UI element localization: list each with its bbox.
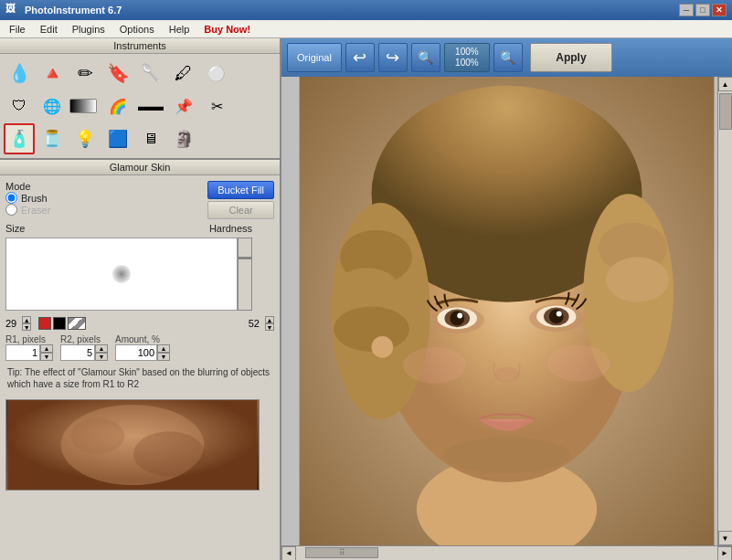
redo-button[interactable]: ↪ [378,43,408,72]
tool-empty2 [234,90,265,122]
brush-radio[interactable] [5,192,17,204]
tool-figure[interactable]: 🗿 [168,123,199,154]
color-swatches [38,317,86,330]
instruments-grid: 💧 🔺 ✏ 🔖 🥄 🖊 ⚪ 🛡 🌐 🌈 ▬▬ 📌 ✂ 🧴 🫙 💡 🟦 🖥 🗿 [0,54,280,160]
tool-bars[interactable]: ▬▬ [135,90,166,122]
eraser-label: Eraser [21,205,50,216]
right-panel: Original ↩ ↪ 🔍 100% 100% 🔍 Apply [281,38,732,560]
tool-globe[interactable]: 🌐 [37,90,68,122]
apply-button[interactable]: Apply [530,43,612,72]
svg-point-30 [443,438,569,473]
zoom-out-button[interactable]: 🔍 [411,43,440,72]
tool-rainbow[interactable]: 🌈 [102,90,133,122]
svg-point-2 [70,418,124,454]
r1-input[interactable] [5,344,40,361]
params-row: R1, pixels ▲ ▼ R2, pixels ▲ [5,334,274,361]
zoom-in-button[interactable]: 🔍 [493,43,523,72]
app-title: PhotoInstrument 6.7 [25,5,679,16]
amount-down-btn[interactable]: ▼ [157,353,170,361]
r2-input[interactable] [60,344,95,361]
scroll-up-button[interactable]: ▲ [718,77,733,91]
tool-bulb[interactable]: 💡 [69,123,101,154]
tool-empty4 [234,123,265,154]
tool-gradient[interactable] [69,99,97,113]
r2-down-btn[interactable]: ▼ [95,353,108,361]
vertical-scrollbar: ▲ ▼ [717,77,732,545]
hardness-down-btn[interactable]: ▼ [265,323,274,331]
undo-button[interactable]: ↩ [345,43,375,72]
app-icon: 🖼 [5,3,20,17]
amount-up-btn[interactable]: ▲ [157,344,170,353]
v-scroll-track[interactable] [718,91,733,531]
tool-stamp[interactable]: 🔖 [102,58,133,89]
horizontal-scrollbar: ◄ ⠿ ► [281,545,732,560]
tool-pin[interactable]: 📌 [168,90,199,122]
svg-point-20 [450,312,464,326]
hardness-slider-thumb[interactable] [239,257,251,259]
menu-plugins[interactable]: Plugins [65,22,112,37]
tool-tube[interactable]: 🥄 [135,58,166,89]
tool-ball[interactable]: ⚪ [201,58,232,89]
tip-text: Tip: The effect of "Glamour Skin" based … [5,365,274,392]
svg-point-21 [457,312,462,318]
menu-help[interactable]: Help [162,22,197,37]
undo-icon: ↩ [353,48,366,68]
r1-up-btn[interactable]: ▲ [40,344,53,353]
titlebar: 🖼 PhotoInstrument 6.7 ─ □ ✕ [0,0,732,20]
brush-radio-row: Brush [5,192,50,204]
tool-bottle[interactable]: 🧴 [4,123,35,154]
scroll-left-button[interactable]: ◄ [281,546,296,561]
tool-jar[interactable]: 🫙 [37,123,68,154]
toolbar: Original ↩ ↪ 🔍 100% 100% 🔍 Apply [281,38,732,77]
pattern-swatch[interactable] [68,317,86,330]
tool-monitor[interactable]: 🖥 [135,123,166,154]
h-scroll-thumb[interactable]: ⠿ [305,547,378,558]
left-panel: Instruments 💧 🔺 ✏ 🔖 🥄 🖊 ⚪ 🛡 🌐 🌈 ▬▬ 📌 ✂ 🧴 [0,38,281,560]
size-down-btn[interactable]: ▼ [22,323,31,331]
r1-input-row: ▲ ▼ [5,344,53,361]
scroll-right-button[interactable]: ► [717,546,732,561]
minimize-button[interactable]: ─ [679,4,694,16]
size-value: 29 [5,318,16,329]
h-scroll-track[interactable]: ⠿ [296,546,717,560]
r2-up-btn[interactable]: ▲ [95,344,108,353]
eraser-radio[interactable] [5,204,17,216]
tool-tree[interactable]: 🔺 [37,58,68,89]
tool-eraser[interactable]: 🟦 [102,123,133,154]
instruments-title: Instruments [113,40,165,51]
scroll-down-button[interactable]: ▼ [718,531,733,545]
menu-edit[interactable]: Edit [33,22,65,37]
v-scroll-thumb[interactable] [719,93,732,130]
menu-file[interactable]: File [2,22,33,37]
maximize-button[interactable]: □ [695,4,710,16]
size-up-btn[interactable]: ▲ [22,316,31,323]
clear-button[interactable]: Clear [207,201,274,219]
glamour-panel: Mode Brush Eraser Bucket Fill Clear [0,175,280,560]
window-controls: ─ □ ✕ [679,4,727,16]
tool-scissors[interactable]: ✂ [201,90,232,122]
mode-section: Mode Brush Eraser Bucket Fill Clear [5,181,274,219]
red-swatch[interactable] [38,317,51,330]
menu-options[interactable]: Options [112,22,162,37]
hardness-up-btn[interactable]: ▲ [265,316,274,323]
tool-pen[interactable]: 🖊 [168,58,199,89]
r1-down-btn[interactable]: ▼ [40,353,53,361]
tool-shield[interactable]: 🛡 [4,90,35,122]
svg-point-3 [133,431,205,476]
mode-label: Mode [5,181,50,192]
eraser-radio-row: Eraser [5,204,50,216]
instruments-header: Instruments [0,38,280,54]
tool-dropper[interactable]: 💧 [4,58,35,89]
close-button[interactable]: ✕ [712,4,727,16]
black-swatch[interactable] [53,317,66,330]
svg-point-28 [547,345,610,381]
r1-spinner: ▲ ▼ [40,344,53,361]
size-label: Size [5,223,25,234]
menu-buynow[interactable]: Buy Now! [196,22,258,37]
tool-pencil[interactable]: ✏ [69,58,101,89]
bucket-fill-button[interactable]: Bucket Fill [207,181,274,199]
redo-icon: ↪ [386,48,399,68]
original-button[interactable]: Original [287,43,342,72]
r2-spinner: ▲ ▼ [95,344,108,361]
amount-input[interactable] [115,344,157,361]
